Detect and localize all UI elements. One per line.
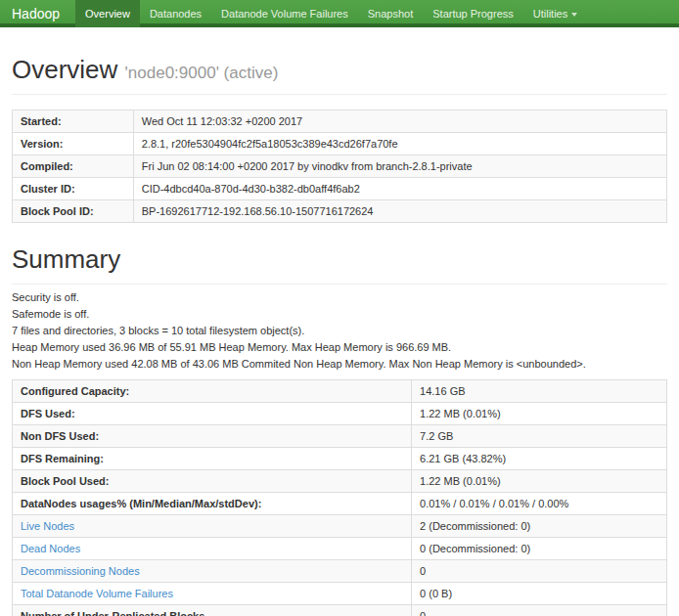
row-value: CID-4dbcd40a-870d-4d30-b382-db0aff4f6ab2	[133, 178, 666, 200]
table-row: Total Datanode Volume Failures0 (0 B)	[13, 583, 667, 605]
row-value: 2 (Decommissioned: 0)	[412, 515, 667, 538]
row-value: BP-1692617712-192.168.56.10-150771617262…	[133, 200, 666, 223]
tab-overview: Overview	[75, 0, 140, 23]
summary-line: Non Heap Memory used 42.08 MB of 43.06 M…	[12, 359, 667, 370]
table-row: Number of Under-Replicated Blocks0	[13, 605, 667, 616]
row-label: Live Nodes	[13, 515, 412, 538]
summary-line: Security is off.	[12, 292, 667, 303]
row-value: 0	[412, 560, 667, 583]
brand-hadoop[interactable]: Hadoop	[12, 0, 75, 23]
table-row: DFS Remaining:6.21 GB (43.82%)	[13, 448, 667, 470]
row-label: Started:	[13, 110, 134, 133]
tab-datanodes: Datanodes	[140, 0, 211, 23]
overview-table: Started:Wed Oct 11 12:03:32 +0200 2017Ve…	[12, 110, 667, 223]
namenode-address: 'node0:9000' (active)	[125, 64, 279, 82]
row-label: Version:	[13, 133, 134, 155]
row-value: Fri Jun 02 08:14:00 +0200 2017 by vinodk…	[133, 155, 666, 178]
table-row: Cluster ID:CID-4dbcd40a-870d-4d30-b382-d…	[13, 178, 667, 200]
row-label: Total Datanode Volume Failures	[13, 583, 412, 605]
table-row: Block Pool Used:1.22 MB (0.01%)	[13, 470, 667, 493]
navbar-tabs: OverviewDatanodesDatanode Volume Failure…	[75, 0, 587, 23]
summary-header: Summary	[12, 244, 667, 285]
table-row: Started:Wed Oct 11 12:03:32 +0200 2017	[13, 110, 667, 133]
tab-snapshot: Snapshot	[358, 0, 423, 23]
chevron-down-icon	[571, 13, 577, 17]
row-label: DataNodes usages% (Min/Median/Max/stdDev…	[13, 493, 412, 515]
row-label: Non DFS Used:	[13, 425, 412, 448]
tab-link-snapshot[interactable]: Snapshot	[358, 0, 423, 27]
table-row: Decommissioning Nodes0	[13, 560, 667, 583]
row-value: 1.22 MB (0.01%)	[412, 403, 667, 425]
row-label: Block Pool ID:	[13, 200, 134, 223]
tab-link-overview[interactable]: Overview	[75, 0, 140, 27]
overview-title: Overview	[12, 55, 117, 84]
tab-datanode-volume-failures: Datanode Volume Failures	[211, 0, 358, 23]
tab-startup-progress: Startup Progress	[423, 0, 523, 23]
tab-link-startup-progress[interactable]: Startup Progress	[423, 0, 523, 27]
table-row: Block Pool ID:BP-1692617712-192.168.56.1…	[13, 200, 667, 223]
row-value: 0 (0 B)	[412, 583, 667, 605]
overview-header: Overview 'node0:9000' (active)	[12, 55, 667, 95]
summary-line: Safemode is off.	[12, 309, 667, 320]
row-label: Compiled:	[13, 155, 134, 178]
table-row: Dead Nodes0 (Decommissioned: 0)	[13, 538, 667, 560]
decommissioning-nodes-link[interactable]: Decommissioning Nodes	[21, 565, 140, 577]
row-value: 1.22 MB (0.01%)	[412, 470, 667, 493]
table-row: DFS Used:1.22 MB (0.01%)	[13, 403, 667, 425]
live-nodes-link[interactable]: Live Nodes	[21, 520, 74, 532]
row-value: 0.01% / 0.01% / 0.01% / 0.00%	[412, 493, 667, 515]
summary-status-text: Security is off.Safemode is off.7 files …	[12, 292, 667, 370]
row-label: Decommissioning Nodes	[13, 560, 412, 583]
table-row: Live Nodes2 (Decommissioned: 0)	[13, 515, 667, 538]
row-label: DFS Used:	[13, 403, 412, 425]
row-value: Wed Oct 11 12:03:32 +0200 2017	[133, 110, 666, 133]
row-label: Cluster ID:	[13, 178, 134, 200]
row-label: Block Pool Used:	[13, 470, 412, 493]
summary-table: Configured Capacity:14.16 GBDFS Used:1.2…	[12, 379, 667, 616]
row-value: 7.2 GB	[412, 425, 667, 448]
tab-utilities: Utilities	[523, 0, 587, 23]
row-label: Dead Nodes	[13, 538, 412, 560]
summary-line: 7 files and directories, 3 blocks = 10 t…	[12, 326, 667, 336]
summary-title: Summary	[12, 244, 120, 274]
page-content: Overview 'node0:9000' (active) Started:W…	[0, 55, 679, 616]
summary-line: Heap Memory used 36.96 MB of 55.91 MB He…	[12, 342, 667, 353]
dead-nodes-link[interactable]: Dead Nodes	[21, 543, 80, 554]
tab-link-utilities[interactable]: Utilities	[523, 0, 587, 27]
row-value: 2.8.1, r20fe5304904fc2f5a18053c389e43cd2…	[133, 133, 666, 155]
table-row: Non DFS Used:7.2 GB	[13, 425, 667, 448]
row-label: Number of Under-Replicated Blocks	[13, 605, 412, 616]
tab-link-datanodes[interactable]: Datanodes	[140, 0, 211, 27]
row-value: 6.21 GB (43.82%)	[412, 448, 667, 470]
row-label: Configured Capacity:	[13, 380, 412, 403]
table-row: Compiled:Fri Jun 02 08:14:00 +0200 2017 …	[13, 155, 667, 178]
row-value: 14.16 GB	[412, 380, 667, 403]
total-datanode-volume-failures-link[interactable]: Total Datanode Volume Failures	[21, 588, 173, 599]
row-value: 0	[412, 605, 667, 616]
row-value: 0 (Decommissioned: 0)	[412, 538, 667, 560]
row-label: DFS Remaining:	[13, 448, 412, 470]
table-row: Version:2.8.1, r20fe5304904fc2f5a18053c3…	[13, 133, 667, 155]
tab-link-datanode-volume-failures[interactable]: Datanode Volume Failures	[211, 0, 358, 27]
table-row: DataNodes usages% (Min/Median/Max/stdDev…	[13, 493, 667, 515]
navbar: Hadoop OverviewDatanodesDatanode Volume …	[0, 0, 679, 27]
table-row: Configured Capacity:14.16 GB	[13, 380, 667, 403]
